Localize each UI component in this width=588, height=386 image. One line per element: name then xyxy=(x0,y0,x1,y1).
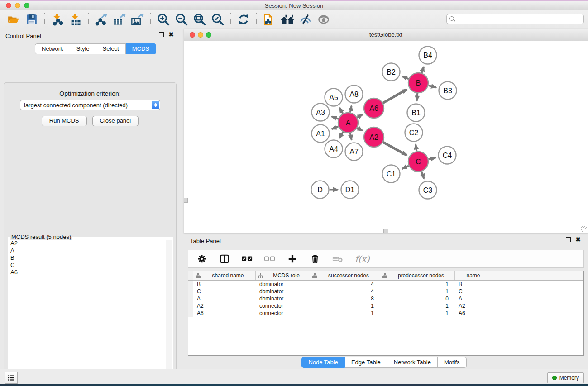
tab-network[interactable]: Network xyxy=(35,43,70,54)
zoom-fit-icon[interactable] xyxy=(191,12,209,27)
graph-edge-C-C1[interactable] xyxy=(402,166,409,169)
export-table-icon[interactable] xyxy=(110,12,129,27)
table-cell[interactable]: 4 xyxy=(310,288,380,295)
close-panel-button[interactable]: Close panel xyxy=(92,116,139,126)
refresh-icon[interactable] xyxy=(234,12,253,27)
graph-node-B4[interactable]: B4 xyxy=(419,47,437,64)
table-cell[interactable]: A xyxy=(193,295,256,302)
search-input[interactable] xyxy=(446,14,584,24)
graph-node-B1[interactable]: B1 xyxy=(407,104,425,122)
delete-table-icon[interactable] xyxy=(332,252,343,266)
graph-edge-C-C4[interactable] xyxy=(428,158,435,159)
table-cell[interactable]: dominator xyxy=(256,288,310,295)
column-header-name[interactable]: name xyxy=(455,271,492,280)
graph-node-C2[interactable]: C2 xyxy=(405,124,423,142)
save-session-icon[interactable] xyxy=(23,12,41,27)
column-header-successor-nodes[interactable]: successor nodes xyxy=(310,271,380,280)
float-panel-icon[interactable] xyxy=(159,32,164,37)
graph-edge-A2-C[interactable] xyxy=(383,142,406,155)
delete-column-trash-icon[interactable] xyxy=(310,252,320,266)
function-builder-icon[interactable]: f(x) xyxy=(355,254,370,264)
create-column-plus-icon[interactable] xyxy=(287,252,298,266)
criterion-dropdown[interactable]: largest connected component (directed) xyxy=(20,100,160,110)
graph-edge-A-A3[interactable] xyxy=(332,116,339,119)
table-cell[interactable]: 1 xyxy=(310,310,380,316)
graph-edge-B-B1[interactable] xyxy=(417,93,417,101)
tab-network-table[interactable]: Network Table xyxy=(387,357,438,368)
first-neighbors-icon[interactable] xyxy=(278,12,296,27)
table-cell[interactable]: 1 xyxy=(380,288,455,295)
window-resize-handle-left[interactable] xyxy=(184,198,188,203)
graph-edge-A-A8[interactable] xyxy=(350,106,352,113)
graph-node-A6[interactable]: A6 xyxy=(364,98,384,118)
table-row[interactable]: Bdominator41B xyxy=(188,281,583,288)
table-cell[interactable]: A2 xyxy=(455,303,492,309)
column-settings-gear-icon[interactable] xyxy=(196,252,207,266)
table-cell[interactable]: connector xyxy=(256,310,310,316)
graph-edge-B-B4[interactable] xyxy=(421,67,424,73)
graph-node-A3[interactable]: A3 xyxy=(312,104,330,121)
table-cell[interactable]: 1 xyxy=(380,303,455,309)
tab-style[interactable]: Style xyxy=(70,43,96,54)
window-resize-grip[interactable] xyxy=(581,226,587,232)
deselect-all-columns-icon[interactable] xyxy=(264,252,275,266)
graph-node-B3[interactable]: B3 xyxy=(439,82,457,100)
graph-edge-A-A4[interactable] xyxy=(339,132,343,138)
tab-select[interactable]: Select xyxy=(96,43,126,54)
table-cell[interactable]: connector xyxy=(256,303,310,309)
table-cell[interactable]: A2 xyxy=(193,303,256,309)
export-network-icon[interactable] xyxy=(92,12,110,27)
graph-edge-C-C3[interactable] xyxy=(421,172,424,179)
mcds-result-item[interactable]: B xyxy=(9,254,166,262)
table-cell[interactable]: dominator xyxy=(256,295,310,302)
graph-node-D[interactable]: D xyxy=(311,181,329,199)
graph-node-B[interactable]: B xyxy=(408,73,428,93)
mcds-result-item[interactable]: A2 xyxy=(9,240,166,247)
hide-details-icon[interactable] xyxy=(296,12,315,27)
table-row[interactable]: A2connector11A2 xyxy=(188,302,583,310)
memory-button[interactable]: Memory xyxy=(547,372,584,383)
zoom-in-icon[interactable] xyxy=(154,12,172,27)
table-cell[interactable]: 4 xyxy=(310,281,380,287)
table-cell[interactable]: 0 xyxy=(380,295,455,302)
tab-edge-table[interactable]: Edge Table xyxy=(345,357,387,368)
graph-edge-A6-B[interactable] xyxy=(383,89,407,103)
close-table-panel-icon[interactable]: ✖ xyxy=(575,237,581,242)
table-cell[interactable]: 1 xyxy=(310,303,380,309)
table-cell[interactable]: dominator xyxy=(256,281,310,287)
graph-node-A[interactable]: A xyxy=(338,113,358,133)
zoom-selected-icon[interactable] xyxy=(209,12,227,27)
graph-edge-A-A6[interactable] xyxy=(357,114,363,118)
table-cell[interactable]: B xyxy=(193,281,256,287)
table-cell[interactable]: A xyxy=(455,295,492,302)
float-table-panel-icon[interactable] xyxy=(566,237,571,242)
clone-network-icon[interactable] xyxy=(260,12,278,27)
table-row[interactable]: Cdominator41C xyxy=(188,288,583,295)
graph-node-C[interactable]: C xyxy=(408,152,428,172)
tab-node-table[interactable]: Node Table xyxy=(301,357,345,368)
graph-node-C3[interactable]: C3 xyxy=(419,181,437,199)
export-image-icon[interactable] xyxy=(129,12,147,27)
tab-mcds[interactable]: MCDS xyxy=(126,43,156,54)
graph-node-A7[interactable]: A7 xyxy=(345,143,363,161)
result-list-scrollbar[interactable] xyxy=(166,240,172,386)
table-cell[interactable]: 1 xyxy=(380,310,455,316)
graph-edge-A-A1[interactable] xyxy=(332,126,339,129)
graph-edge-B-B2[interactable] xyxy=(402,76,409,79)
show-details-eye-icon[interactable] xyxy=(315,12,333,27)
open-session-icon[interactable] xyxy=(5,12,23,27)
run-mcds-button[interactable]: Run MCDS xyxy=(42,116,87,126)
graph-edge-A-A5[interactable] xyxy=(339,108,343,114)
table-cell[interactable]: B xyxy=(455,281,492,287)
graph-node-A4[interactable]: A4 xyxy=(325,140,343,158)
select-all-columns-icon[interactable] xyxy=(242,252,253,266)
table-cell[interactable]: C xyxy=(193,288,256,295)
graph-node-C1[interactable]: C1 xyxy=(382,165,400,183)
graph-node-B2[interactable]: B2 xyxy=(382,63,400,81)
network-canvas[interactable]: B4B2BB3A5A8A6A3B1AA1C2A2A4A7C4CC1C3DD1 xyxy=(184,41,588,233)
show-columns-icon[interactable] xyxy=(219,252,230,266)
table-cell[interactable]: C xyxy=(455,288,492,295)
graph-edge-C-C2[interactable] xyxy=(416,144,416,151)
table-cell[interactable]: A6 xyxy=(455,310,492,316)
table-cell[interactable]: A6 xyxy=(193,310,256,316)
